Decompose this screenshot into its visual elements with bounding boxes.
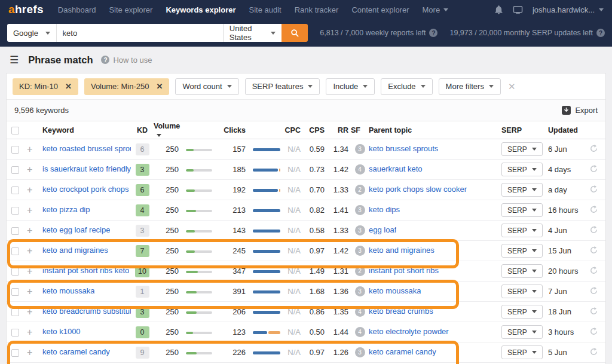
serp-dropdown-button[interactable]: SERP <box>501 345 543 359</box>
filter-dropdown-exclude[interactable]: Exclude <box>381 78 432 95</box>
help-icon[interactable]: ? <box>596 29 605 37</box>
serp-dropdown-button[interactable]: SERP <box>501 163 543 176</box>
remove-filter-icon[interactable]: ✕ <box>157 82 163 91</box>
refresh-icon[interactable] <box>590 287 598 295</box>
keyword-link[interactable]: keto crockpot pork chops <box>42 185 129 194</box>
keyword-link[interactable]: keto pizza dip <box>42 205 90 214</box>
add-keyword-icon[interactable]: + <box>27 185 32 195</box>
add-keyword-icon[interactable]: + <box>27 286 32 296</box>
nav-item-dashboard[interactable]: Dashboard <box>58 5 96 14</box>
user-menu[interactable]: joshua.hardwick... <box>533 5 604 14</box>
keyword-link[interactable]: instant pot short ribs keto <box>42 266 129 275</box>
col-parent-topic[interactable]: Parent topic <box>369 126 501 134</box>
refresh-icon[interactable] <box>590 145 598 152</box>
keyword-search-input[interactable] <box>56 24 223 42</box>
row-checkbox[interactable] <box>11 308 19 316</box>
nav-item-site-audit[interactable]: Site audit <box>249 5 281 14</box>
parent-topic-link[interactable]: egg loaf <box>369 225 396 234</box>
serp-dropdown-button[interactable]: SERP <box>501 203 543 217</box>
add-keyword-icon[interactable]: + <box>27 205 32 215</box>
add-keyword-icon[interactable]: + <box>27 307 32 317</box>
col-rr[interactable]: RR <box>327 126 351 134</box>
serp-dropdown-button[interactable]: SERP <box>501 244 543 258</box>
row-checkbox[interactable] <box>11 268 19 276</box>
parent-topic-link[interactable]: keto brussel sprouts <box>369 144 438 153</box>
filter-chip-volume-min-250[interactable]: Volume: Min-250✕ <box>84 78 169 95</box>
col-volume[interactable]: Volume <box>154 122 181 139</box>
keyword-link[interactable]: is sauerkraut keto friendly <box>42 164 131 173</box>
nav-item-keywords-explorer[interactable]: Keywords explorer <box>166 5 235 14</box>
select-all-checkbox[interactable] <box>11 127 19 134</box>
serp-dropdown-button[interactable]: SERP <box>501 325 543 339</box>
monitor-icon[interactable] <box>513 5 523 14</box>
search-engine-select[interactable]: Google <box>7 24 56 42</box>
keyword-link[interactable]: keto moussaka <box>42 286 94 295</box>
serp-dropdown-button[interactable]: SERP <box>501 285 543 298</box>
add-keyword-icon[interactable]: + <box>27 164 32 175</box>
add-keyword-icon[interactable]: + <box>27 266 32 276</box>
keyword-link[interactable]: keto caramel candy <box>42 347 110 356</box>
serp-dropdown-button[interactable]: SERP <box>501 142 543 156</box>
help-icon[interactable]: ? <box>429 29 437 37</box>
row-checkbox[interactable] <box>11 207 19 215</box>
export-button[interactable]: Export <box>562 106 598 115</box>
refresh-icon[interactable] <box>590 226 598 234</box>
serp-dropdown-button[interactable]: SERP <box>501 305 543 319</box>
parent-topic-link[interactable]: keto caramel candy <box>369 347 436 356</box>
nav-item-content-explorer[interactable]: Content explorer <box>351 5 409 14</box>
serp-dropdown-button[interactable]: SERP <box>501 264 543 278</box>
refresh-icon[interactable] <box>590 307 598 315</box>
refresh-icon[interactable] <box>590 185 598 193</box>
filter-dropdown-word-count[interactable]: Word count <box>175 78 238 95</box>
col-sf[interactable]: SF <box>351 126 369 134</box>
keyword-link[interactable]: keto egg loaf recipe <box>42 225 110 234</box>
col-keyword[interactable]: Keyword <box>42 126 131 134</box>
parent-topic-link[interactable]: keto electrolyte powder <box>369 327 449 336</box>
keyword-link[interactable]: keto breadcrumb substitute <box>42 307 131 316</box>
search-button[interactable] <box>281 24 308 42</box>
serp-dropdown-button[interactable]: SERP <box>501 183 543 197</box>
keyword-link[interactable]: keto k1000 <box>42 327 81 336</box>
filter-dropdown-serp-features[interactable]: SERP features <box>245 78 320 95</box>
row-checkbox[interactable] <box>11 349 19 357</box>
col-kd[interactable]: KD <box>131 126 154 134</box>
add-keyword-icon[interactable]: + <box>27 144 32 154</box>
add-keyword-icon[interactable]: + <box>27 225 32 235</box>
serp-dropdown-button[interactable]: SERP <box>501 224 543 237</box>
parent-topic-link[interactable]: keto dips <box>369 205 400 214</box>
col-clicks[interactable]: Clicks <box>211 126 248 134</box>
parent-topic-link[interactable]: keto pork chops slow cooker <box>369 185 467 194</box>
keyword-link[interactable]: keto roasted brussel sprouts <box>42 144 131 153</box>
parent-topic-link[interactable]: keto bread crumbs <box>369 307 433 316</box>
filter-dropdown-include[interactable]: Include <box>326 78 375 95</box>
col-cpc[interactable]: CPC <box>279 126 303 134</box>
refresh-icon[interactable] <box>590 246 598 254</box>
parent-topic-link[interactable]: keto and migraines <box>369 246 434 255</box>
clear-filters-icon[interactable]: ✕ <box>508 81 516 92</box>
refresh-icon[interactable] <box>590 206 598 213</box>
how-to-use-link[interactable]: ?How to use <box>101 56 152 65</box>
add-keyword-icon[interactable]: + <box>27 347 32 357</box>
row-checkbox[interactable] <box>11 247 19 255</box>
nav-item-site-explorer[interactable]: Site explorer <box>109 5 152 14</box>
col-updated[interactable]: Updated <box>548 126 590 134</box>
refresh-icon[interactable] <box>590 267 598 274</box>
filter-chip-kd-min-10[interactable]: KD: Min-10✕ <box>13 78 78 95</box>
nav-item-more[interactable]: More <box>423 5 449 14</box>
add-keyword-icon[interactable]: + <box>27 246 32 256</box>
col-cps[interactable]: CPS <box>303 126 327 134</box>
menu-icon[interactable]: ☰ <box>10 55 19 65</box>
refresh-icon[interactable] <box>590 165 598 173</box>
bell-icon[interactable] <box>494 5 503 14</box>
remove-filter-icon[interactable]: ✕ <box>65 82 72 91</box>
keyword-link[interactable]: keto and migraines <box>42 246 108 255</box>
refresh-icon[interactable] <box>590 348 598 356</box>
row-checkbox[interactable] <box>11 166 19 174</box>
row-checkbox[interactable] <box>11 146 19 154</box>
row-checkbox[interactable] <box>11 186 19 194</box>
refresh-icon[interactable] <box>590 328 598 335</box>
row-checkbox[interactable] <box>11 288 19 296</box>
parent-topic-link[interactable]: sauerkraut keto <box>369 164 423 173</box>
nav-item-rank-tracker[interactable]: Rank tracker <box>295 5 339 14</box>
row-checkbox[interactable] <box>11 227 19 235</box>
